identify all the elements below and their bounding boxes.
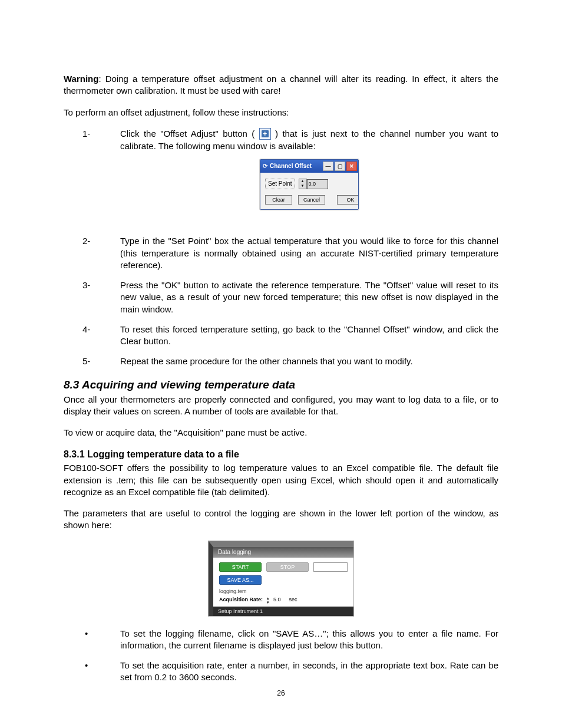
data-logging-panel: Data logging START STOP SAVE AS... loggi… (209, 541, 353, 616)
log-status-field (313, 562, 348, 572)
document-page: Warning: Doing a temperature offset adju… (0, 0, 562, 728)
section-paragraph-1: Once all your thermometers are properly … (64, 394, 498, 418)
clear-button[interactable]: Clear (265, 195, 292, 205)
bullet-mark: • (64, 628, 120, 652)
offset-adjust-icon (259, 128, 271, 140)
step-number: 5- (64, 355, 120, 367)
bullet-text: To set the logging filename, click on "S… (120, 628, 498, 652)
recycle-icon: ⟳ (263, 162, 267, 170)
dialog-titlebar: ⟳ Channel Offset — ▢ ✕ (260, 160, 358, 173)
section-heading: 8.3 Acquiring and viewing temperature da… (64, 378, 498, 391)
close-button[interactable]: ✕ (346, 162, 357, 171)
channel-offset-dialog: ⟳ Channel Offset — ▢ ✕ Set Point ▲▼ (260, 159, 359, 210)
cancel-button[interactable]: Cancel (298, 195, 325, 205)
subsection-paragraph-2: The parameters that are useful to contro… (64, 508, 498, 532)
warning-label: Warning (64, 74, 98, 84)
minimize-button[interactable]: — (323, 162, 333, 171)
log-filename: logging.tem (219, 588, 348, 594)
acquisition-rate-label: Acquisition Rate: (219, 597, 263, 602)
ordered-steps: 1- Click the "Offset Adjust" button ( ) … (64, 128, 498, 368)
subsection-paragraph-1: FOB100-SOFT offers the possibility to lo… (64, 462, 498, 498)
step-number: 3- (64, 279, 120, 315)
step-body: Click the "Offset Adjust" button ( ) tha… (120, 128, 498, 228)
step-number: 1- (64, 128, 120, 228)
panel-body: START STOP SAVE AS... logging.tem Acquis… (213, 558, 353, 607)
step-body: To reset this forced temperature setting… (120, 324, 498, 348)
dialog-body: Set Point ▲▼ Clear Cancel OK (260, 173, 358, 209)
start-button[interactable]: START (219, 562, 262, 572)
stop-button[interactable]: STOP (266, 562, 309, 572)
acquisition-rate-value: 5.0 (273, 597, 281, 602)
page-number: 26 (0, 689, 562, 697)
intro-paragraph: To perform an offset adjustment, follow … (64, 107, 498, 118)
step-1: 1- Click the "Offset Adjust" button ( ) … (64, 128, 498, 228)
step-body: Type in the "Set Point" box the actual t… (120, 235, 498, 271)
step-1-text-a: Click the "Offset Adjust" button ( (120, 129, 259, 139)
step-number: 4- (64, 324, 120, 348)
panel-footer: Setup Instrument 1 (213, 607, 353, 616)
dialog-title: Channel Offset (270, 162, 322, 170)
ok-button[interactable]: OK (337, 195, 359, 205)
step-body: Press the "OK" button to activate the re… (120, 279, 498, 315)
maximize-button[interactable]: ▢ (335, 162, 345, 171)
step-2: 2- Type in the "Set Point" box the actua… (64, 235, 498, 271)
bullet-text: To set the acquisition rate, enter a num… (120, 660, 498, 684)
set-point-spinner[interactable]: ▲▼ (299, 179, 307, 189)
panel-header: Data logging (213, 547, 353, 558)
rate-spinner[interactable]: ▴▾ (265, 596, 271, 603)
step-5: 5- Repeat the same procedure for the oth… (64, 355, 498, 367)
bullet-mark: • (64, 660, 120, 684)
section-paragraph-2: To view or acquire data, the "Acquisitio… (64, 427, 498, 439)
step-4: 4- To reset this forced temperature sett… (64, 324, 498, 348)
step-number: 2- (64, 235, 120, 271)
step-body: Repeat the same procedure for the other … (120, 355, 498, 367)
bullet-item: • To set the acquisition rate, enter a n… (64, 660, 498, 684)
bullet-item: • To set the logging filename, click on … (64, 628, 498, 652)
warning-paragraph: Warning: Doing a temperature offset adju… (64, 73, 498, 97)
save-as-button[interactable]: SAVE AS... (219, 575, 262, 585)
set-point-input[interactable] (307, 179, 328, 189)
step-3: 3- Press the "OK" button to activate the… (64, 279, 498, 315)
acquisition-rate-unit: sec (289, 597, 297, 602)
set-point-label: Set Point (265, 179, 295, 189)
subsection-heading: 8.3.1 Logging temperature data to a file (64, 449, 498, 460)
bullet-list: • To set the logging filename, click on … (64, 628, 498, 684)
warning-text: : Doing a temperature offset adjustment … (64, 74, 498, 95)
